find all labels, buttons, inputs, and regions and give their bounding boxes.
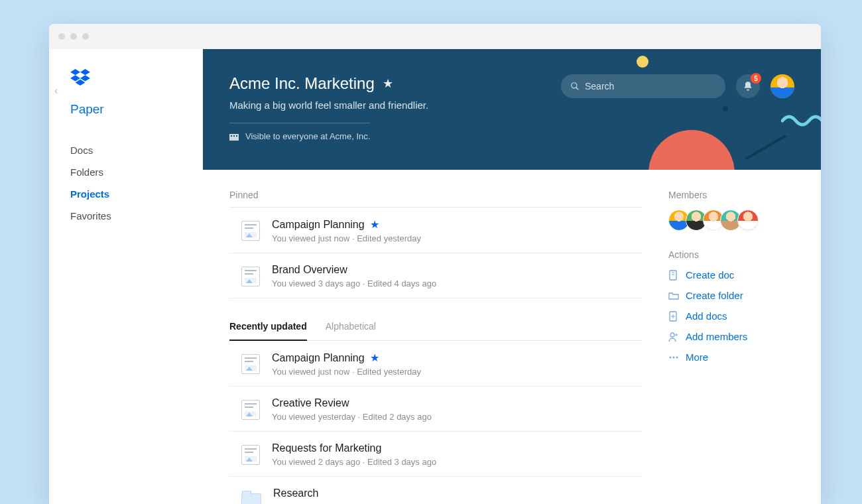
bell-icon	[743, 81, 753, 92]
member-avatar[interactable]	[737, 210, 759, 231]
sort-tabs: Recently updated Alphabetical	[229, 321, 642, 341]
sidebar: ‹ Paper Docs Folders Projects Favorites	[49, 49, 203, 504]
svg-rect-3	[236, 135, 237, 137]
svg-point-4	[572, 83, 577, 88]
dropbox-logo-icon[interactable]	[70, 69, 90, 86]
search-icon	[570, 82, 580, 91]
sidebar-nav: Docs Folders Projects Favorites	[70, 139, 187, 227]
svg-rect-0	[229, 134, 239, 141]
star-filled-icon[interactable]: ★	[370, 218, 379, 231]
action-label: Create doc	[686, 269, 734, 281]
svg-line-5	[576, 88, 579, 90]
folder-plus-icon	[668, 290, 679, 301]
doc-icon	[241, 445, 260, 465]
dots-icon	[668, 352, 679, 363]
doc-plus-icon	[668, 270, 679, 281]
doc-icon	[241, 221, 260, 241]
action-add-members[interactable]: Add members	[668, 331, 801, 342]
sidebar-item-projects[interactable]: Projects	[70, 183, 187, 205]
doc-meta-text: You viewed just now · Edited yesterday	[272, 367, 421, 377]
project-title: Acme Inc. Marketing	[229, 74, 375, 93]
traffic-light-close[interactable]	[58, 33, 65, 40]
person-plus-icon	[668, 332, 679, 342]
project-visibility-text: Visible to everyone at Acme, Inc.	[245, 131, 370, 141]
user-avatar[interactable]	[770, 74, 794, 98]
star-filled-icon[interactable]: ★	[370, 351, 379, 364]
recent-doc-item[interactable]: Creative Review You viewed yesterday · E…	[229, 387, 642, 432]
traffic-light-minimize[interactable]	[70, 33, 77, 40]
document-list-panel: Pinned Campaign Planning ★ You viewed ju…	[203, 170, 668, 504]
browser-window: ‹ Paper Docs Folders Projects Favorites	[49, 24, 821, 504]
doc-add-icon	[668, 311, 679, 322]
action-more[interactable]: More	[668, 351, 801, 363]
window-chrome-bar	[49, 24, 821, 49]
member-avatars[interactable]	[668, 210, 801, 231]
pinned-section-label: Pinned	[229, 190, 642, 200]
doc-meta-text: You viewed just now · Edited yesterday	[272, 233, 421, 243]
folder-icon	[241, 493, 261, 505]
building-icon	[229, 133, 239, 141]
sidebar-item-favorites[interactable]: Favorites	[70, 205, 187, 227]
svg-rect-1	[231, 135, 232, 137]
project-description: Making a big world feel smaller and frie…	[229, 99, 794, 111]
notifications-badge: 5	[751, 73, 761, 84]
doc-icon	[241, 267, 260, 286]
doc-title: Brand Overview	[272, 264, 347, 276]
notifications-button[interactable]: 5	[736, 74, 760, 98]
tab-recently-updated[interactable]: Recently updated	[229, 321, 307, 341]
decor-dot-small-icon	[723, 106, 728, 111]
svg-point-15	[670, 356, 672, 358]
doc-meta-text: You viewed 3 days ago · Edited 4 days ag…	[272, 279, 436, 288]
doc-meta-text: You viewed yesterday · Edited 2 days ago	[272, 412, 432, 422]
members-label: Members	[668, 190, 801, 200]
svg-rect-2	[233, 135, 235, 137]
action-label: Create folder	[686, 290, 743, 301]
project-hero: Acme Inc. Marketing ★ Making a big world…	[203, 49, 821, 170]
star-outline-icon[interactable]: ★	[383, 76, 393, 91]
doc-meta-text: You viewed 2 days ago · Edited 3 days ag…	[272, 457, 436, 467]
right-column: Members Actions Create doc	[668, 170, 821, 504]
actions-label: Actions	[668, 249, 801, 260]
action-create-folder[interactable]: Create folder	[668, 290, 801, 301]
action-label: More	[686, 351, 708, 363]
tab-alphabetical[interactable]: Alphabetical	[326, 321, 376, 340]
svg-point-12	[670, 333, 674, 337]
svg-point-16	[673, 356, 675, 358]
doc-title: Requests for Marketing	[272, 442, 381, 454]
traffic-light-zoom[interactable]	[82, 33, 89, 40]
action-label: Add docs	[686, 310, 727, 322]
decor-circle-icon	[648, 130, 735, 170]
decor-line-icon	[745, 135, 787, 160]
svg-rect-6	[670, 271, 676, 280]
action-label: Add members	[686, 331, 747, 342]
recent-doc-item[interactable]: Requests for Marketing You viewed 2 days…	[229, 432, 642, 477]
app-brand[interactable]: Paper	[70, 102, 187, 117]
pinned-doc-item[interactable]: Campaign Planning ★ You viewed just now …	[229, 208, 642, 253]
recent-doc-item[interactable]: Campaign Planning ★ You viewed just now …	[229, 341, 642, 387]
doc-title: Campaign Planning	[272, 219, 365, 231]
search-input[interactable]	[585, 81, 716, 92]
doc-icon	[241, 400, 260, 420]
action-add-docs[interactable]: Add docs	[668, 310, 801, 322]
svg-point-17	[676, 356, 678, 358]
doc-title: Campaign Planning	[272, 352, 365, 364]
decor-wave-icon	[781, 113, 821, 127]
doc-title: Creative Review	[272, 397, 349, 409]
doc-title: Research	[273, 487, 318, 499]
action-create-doc[interactable]: Create doc	[668, 269, 801, 281]
doc-icon	[241, 354, 260, 374]
sidebar-item-folders[interactable]: Folders	[70, 161, 187, 183]
recent-folder-item[interactable]: Research 12 docs and 2 folders	[229, 477, 642, 504]
sidebar-item-docs[interactable]: Docs	[70, 139, 187, 161]
pinned-doc-item[interactable]: Brand Overview You viewed 3 days ago · E…	[229, 253, 642, 298]
back-caret-icon[interactable]: ‹	[54, 85, 58, 97]
search-field[interactable]	[561, 74, 725, 98]
decor-dot-icon	[637, 56, 648, 68]
